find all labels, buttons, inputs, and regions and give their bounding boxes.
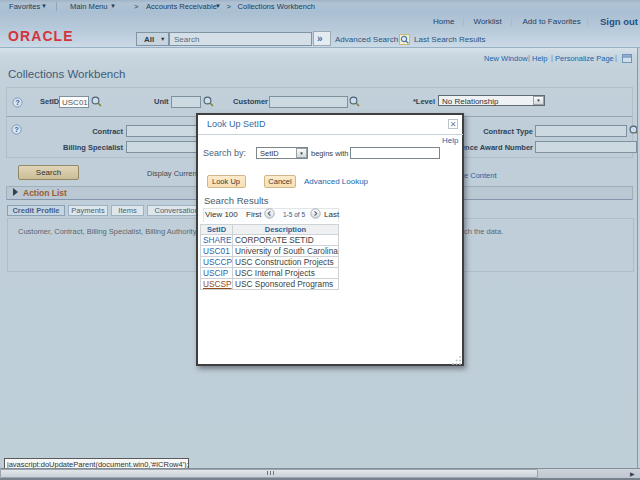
- svg-text:?: ?: [15, 98, 20, 107]
